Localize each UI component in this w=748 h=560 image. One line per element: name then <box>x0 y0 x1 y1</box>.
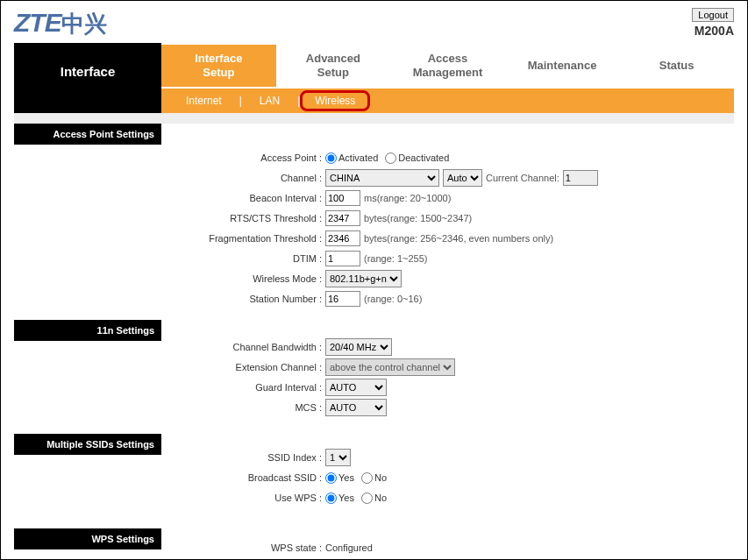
radio-activated[interactable] <box>325 152 337 164</box>
radio-broadcast-no[interactable] <box>361 472 373 484</box>
label-rts: RTS/CTS Threshold : <box>172 213 325 223</box>
input-dtim[interactable] <box>325 251 360 266</box>
main-nav: InterfaceSetup AdvancedSetup AccessManag… <box>161 43 734 89</box>
input-current-channel <box>563 170 598 186</box>
section-wps: WPS Settings <box>14 528 161 549</box>
section-11n: 11n Settings <box>14 320 161 341</box>
label-station: Station Number : <box>172 294 325 304</box>
radio-usewps-no[interactable] <box>361 493 373 504</box>
label-guard: Guard Interval : <box>172 382 325 393</box>
select-wireless-mode[interactable]: 802.11b+g+n <box>325 270 402 287</box>
text-activated: Activated <box>338 152 378 163</box>
select-channel-auto[interactable]: Auto <box>443 169 482 187</box>
input-beacon[interactable] <box>325 190 360 206</box>
input-station[interactable] <box>325 291 360 307</box>
label-frag: Fragmentation Threshold : <box>172 233 325 244</box>
tab-maintenance[interactable]: Maintenance <box>505 52 620 80</box>
hint-rts: bytes(range: 1500~2347) <box>364 213 472 223</box>
label-mode: Wireless Mode : <box>172 273 325 284</box>
label-wps-state: WPS state : <box>172 542 325 553</box>
label-use-wps: Use WPS : <box>172 493 325 503</box>
section-ssid: Multiple SSIDs Settings <box>14 434 161 455</box>
text-deactivated: Deactivated <box>398 152 449 163</box>
label-beacon: Beacon Interval : <box>172 193 325 203</box>
label-ssid-index: SSID Index : <box>172 452 325 463</box>
select-guard-interval[interactable]: AUTO <box>325 379 387 396</box>
input-frag[interactable] <box>325 230 360 246</box>
subnav-wireless[interactable]: Wireless <box>300 90 370 111</box>
select-channel-region[interactable]: CHINA <box>325 169 439 187</box>
label-dtim: DTIM : <box>172 253 325 264</box>
label-broadcast: Broadcast SSID : <box>172 472 325 483</box>
logout-button[interactable]: Logout <box>692 8 734 22</box>
text-yes: Yes <box>338 472 354 483</box>
label-mcs: MCS : <box>172 402 325 413</box>
radio-broadcast-yes[interactable] <box>325 472 337 484</box>
radio-deactivated[interactable] <box>385 152 396 164</box>
label-ext: Extension Channel : <box>172 362 325 372</box>
hint-beacon: ms(range: 20~1000) <box>364 193 451 203</box>
select-ssid-index[interactable]: 1 <box>325 449 351 466</box>
logo-cn: 中兴 <box>61 9 107 39</box>
select-mcs[interactable]: AUTO <box>325 399 387 416</box>
hint-station: (range: 0~16) <box>364 294 422 304</box>
hint-frag: bytes(range: 256~2346, even numbers only… <box>364 233 553 244</box>
label-bw: Channel Bandwidth : <box>172 342 325 352</box>
radio-usewps-yes[interactable] <box>325 493 337 504</box>
subnav-internet[interactable]: Internet <box>168 95 239 107</box>
tab-advanced-setup[interactable]: AdvancedSetup <box>276 45 391 86</box>
logo-text: ZTE <box>14 8 61 38</box>
input-rts[interactable] <box>325 210 360 226</box>
select-extension-channel[interactable]: above the control channel <box>325 358 455 376</box>
label-channel: Channel : <box>172 173 325 183</box>
logo: ZTE 中兴 <box>14 8 107 39</box>
tab-status[interactable]: Status <box>619 52 734 80</box>
value-wps-state: Configured <box>325 542 373 553</box>
subnav-lan[interactable]: LAN <box>242 95 297 107</box>
tab-interface-setup[interactable]: InterfaceSetup <box>161 45 276 86</box>
text-no2: No <box>374 493 387 503</box>
hint-dtim: (range: 1~255) <box>364 253 427 264</box>
tab-access-management[interactable]: AccessManagement <box>390 45 505 86</box>
label-access-point: Access Point : <box>172 152 325 163</box>
text-yes2: Yes <box>338 493 354 503</box>
model-label: M200A <box>692 24 734 38</box>
section-ap: Access Point Settings <box>14 124 161 145</box>
label-current-channel: Current Channel: <box>486 173 559 183</box>
page-title: Interface <box>14 43 161 113</box>
select-channel-bandwidth[interactable]: 20/40 MHz <box>325 338 392 356</box>
text-no: No <box>374 472 387 483</box>
sub-nav: Internet | LAN | Wireless <box>161 89 734 113</box>
